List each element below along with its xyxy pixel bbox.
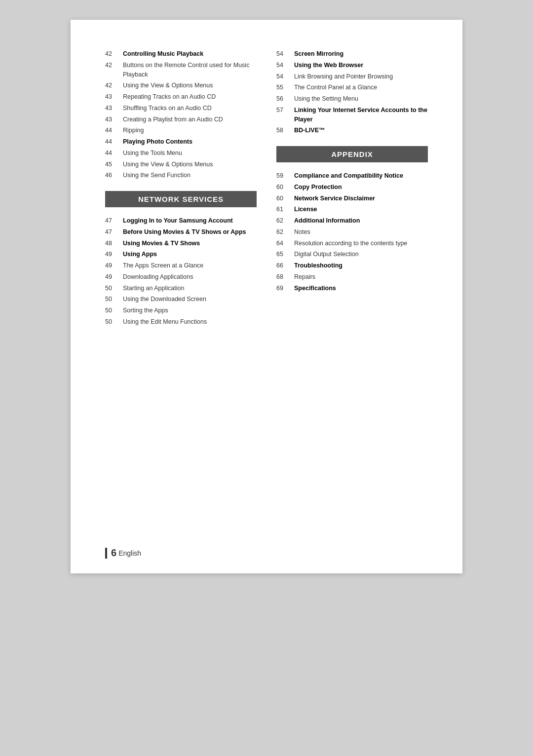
toc-entry-text: Repairs: [294, 272, 315, 282]
toc-entry: 50Sorting the Apps: [105, 306, 257, 315]
toc-entry: 54Using the Web Browser: [276, 61, 428, 70]
toc-entry-number: 50: [105, 317, 123, 327]
toc-entry-text: Using the Send Function: [123, 171, 190, 180]
left-top-entries: 42Controlling Music Playback42Buttons on…: [105, 49, 257, 180]
toc-entry-number: 48: [105, 239, 123, 248]
toc-entry-number: 42: [105, 81, 123, 90]
footer-bar: [105, 548, 107, 559]
toc-entry: 45Using the View & Options Menus: [105, 160, 257, 169]
toc-entry: 44Playing Photo Contents: [105, 137, 257, 147]
toc-entry: 55The Control Panel at a Glance: [276, 83, 428, 92]
toc-entry: 58BD-LIVE™: [276, 126, 428, 135]
toc-entry: 46Using the Send Function: [105, 171, 257, 180]
toc-entry-text: Sorting the Apps: [123, 306, 168, 315]
toc-entry-number: 50: [105, 284, 123, 293]
toc-entry: 43Creating a Playlist from an Audio CD: [105, 115, 257, 124]
toc-entry-text: Additional Information: [294, 216, 360, 226]
toc-entry-number: 49: [105, 272, 123, 282]
toc-entry-text: Shuffling Tracks on an Audio CD: [123, 104, 212, 113]
toc-entry-number: 46: [105, 171, 123, 180]
toc-entry-number: 65: [276, 250, 294, 259]
toc-entry: 62Additional Information: [276, 216, 428, 226]
toc-entry: 56Using the Setting Menu: [276, 94, 428, 104]
left-network-entries: 47Logging In to Your Samsung Account47Be…: [105, 216, 257, 327]
toc-entry: 59Compliance and Compatibility Notice: [276, 171, 428, 181]
toc-entry-text: Playing Photo Contents: [123, 137, 192, 147]
footer-number: 6: [111, 547, 116, 559]
toc-entry-text: Ripping: [123, 126, 144, 135]
toc-entry-number: 54: [276, 72, 294, 81]
toc-entry-number: 57: [276, 106, 294, 115]
toc-entry-text: Screen Mirroring: [294, 49, 343, 59]
toc-entry: 47Logging In to Your Samsung Account: [105, 216, 257, 226]
toc-entry: 61License: [276, 205, 428, 214]
toc-entry-text: Starting an Application: [123, 284, 184, 293]
toc-entry-number: 47: [105, 216, 123, 226]
right-appendix-entries: 59Compliance and Compatibility Notice60C…: [276, 171, 428, 293]
toc-entry-number: 44: [105, 137, 123, 147]
toc-entry-number: 49: [105, 261, 123, 270]
toc-entry-number: 42: [105, 49, 123, 59]
toc-entry-text: Controlling Music Playback: [123, 49, 203, 59]
toc-entry: 65Digital Output Selection: [276, 250, 428, 259]
toc-entry-text: Before Using Movies & TV Shows or Apps: [123, 227, 246, 237]
toc-entry-text: Using Movies & TV Shows: [123, 239, 200, 248]
toc-entry: 47Before Using Movies & TV Shows or Apps: [105, 227, 257, 237]
toc-entry-text: Notes: [294, 227, 310, 237]
page: 42Controlling Music Playback42Buttons on…: [71, 20, 462, 573]
toc-entry-text: Using Apps: [123, 250, 157, 259]
toc-entry-number: 62: [276, 216, 294, 226]
toc-entry: 60Network Service Disclaimer: [276, 194, 428, 203]
toc-container: 42Controlling Music Playback42Buttons on…: [105, 49, 428, 329]
toc-entry-text: Specifications: [294, 284, 336, 293]
toc-entry: 69Specifications: [276, 284, 428, 293]
toc-entry-text: The Apps Screen at a Glance: [123, 261, 203, 270]
toc-entry-text: BD-LIVE™: [294, 126, 325, 135]
appendix-header: APPENDIX: [276, 146, 428, 162]
toc-entry-number: 47: [105, 227, 123, 237]
toc-entry-number: 60: [276, 183, 294, 192]
toc-entry: 50Using the Edit Menu Functions: [105, 317, 257, 327]
toc-entry: 49Downloading Applications: [105, 272, 257, 282]
toc-entry: 57Linking Your Internet Service Accounts…: [276, 106, 428, 124]
toc-entry-number: 64: [276, 239, 294, 248]
toc-entry-number: 43: [105, 104, 123, 113]
toc-entry-number: 44: [105, 126, 123, 135]
toc-entry-text: Using the Setting Menu: [294, 94, 358, 104]
toc-entry: 64Resolution according to the contents t…: [276, 239, 428, 248]
toc-entry: 42Using the View & Options Menus: [105, 81, 257, 90]
footer-language: English: [118, 549, 141, 557]
toc-entry: 49Using Apps: [105, 250, 257, 259]
toc-entry: 60Copy Protection: [276, 183, 428, 192]
toc-entry-number: 43: [105, 92, 123, 102]
toc-entry: 62Notes: [276, 227, 428, 237]
toc-entry-text: Digital Output Selection: [294, 250, 359, 259]
right-top-entries: 54Screen Mirroring54Using the Web Browse…: [276, 49, 428, 135]
toc-entry-number: 45: [105, 160, 123, 169]
toc-entry-text: Using the Web Browser: [294, 61, 363, 70]
toc-entry: 42Buttons on the Remote Control used for…: [105, 61, 257, 79]
toc-entry: 48Using Movies & TV Shows: [105, 239, 257, 248]
toc-entry-number: 68: [276, 272, 294, 282]
toc-entry-text: Troubleshooting: [294, 261, 343, 270]
toc-entry-text: Creating a Playlist from an Audio CD: [123, 115, 223, 124]
toc-entry: 50Using the Downloaded Screen: [105, 295, 257, 304]
toc-entry: 44Using the Tools Menu: [105, 149, 257, 158]
toc-entry-number: 42: [105, 61, 123, 70]
toc-entry-text: Link Browsing and Pointer Browsing: [294, 72, 393, 81]
toc-entry-text: Network Service Disclaimer: [294, 194, 375, 203]
toc-entry-number: 60: [276, 194, 294, 203]
toc-entry: 43Repeating Tracks on an Audio CD: [105, 92, 257, 102]
toc-entry-text: Using the View & Options Menus: [123, 160, 213, 169]
toc-entry-number: 54: [276, 49, 294, 59]
toc-entry: 42Controlling Music Playback: [105, 49, 257, 59]
toc-entry-number: 56: [276, 94, 294, 104]
toc-entry-number: 69: [276, 284, 294, 293]
toc-entry: 54Screen Mirroring: [276, 49, 428, 59]
toc-entry-text: Resolution according to the contents typ…: [294, 239, 407, 248]
toc-entry: 49The Apps Screen at a Glance: [105, 261, 257, 270]
right-column: 54Screen Mirroring54Using the Web Browse…: [276, 49, 428, 329]
toc-entry-text: The Control Panel at a Glance: [294, 83, 377, 92]
toc-entry: 68Repairs: [276, 272, 428, 282]
toc-entry: 50Starting an Application: [105, 284, 257, 293]
